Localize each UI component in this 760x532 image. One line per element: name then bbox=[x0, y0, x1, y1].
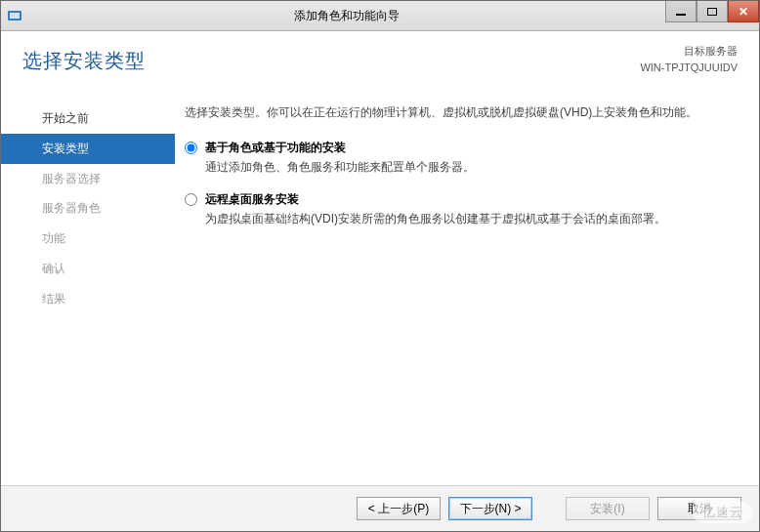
maximize-button[interactable] bbox=[697, 1, 728, 22]
step-server-selection[interactable]: 服务器选择 bbox=[1, 164, 175, 194]
step-results: 结果 bbox=[1, 284, 175, 314]
step-features: 功能 bbox=[1, 224, 175, 254]
target-server-name: WIN-TPJTQJUUIDV bbox=[640, 60, 738, 76]
app-icon bbox=[1, 1, 28, 30]
close-button[interactable]: ✕ bbox=[728, 1, 759, 22]
wizard-steps-sidebar: 开始之前 安装类型 服务器选择 服务器角色 功能 确认 结果 bbox=[1, 90, 175, 485]
wizard-window: 添加角色和功能向导 ✕ 选择安装类型 目标服务器 WIN-TPJTQJUUIDV… bbox=[0, 0, 760, 532]
step-confirmation: 确认 bbox=[1, 254, 175, 284]
target-server-label: 目标服务器 bbox=[640, 43, 738, 60]
target-server-info: 目标服务器 WIN-TPJTQJUUIDV bbox=[640, 43, 738, 75]
svg-rect-1 bbox=[10, 13, 20, 19]
install-button: 安装(I) bbox=[566, 497, 650, 520]
wizard-header: 选择安装类型 目标服务器 WIN-TPJTQJUUIDV bbox=[1, 31, 759, 90]
step-installation-type[interactable]: 安装类型 bbox=[1, 134, 175, 164]
step-server-roles: 服务器角色 bbox=[1, 193, 175, 224]
option-role-based-install[interactable]: 基于角色或基于功能的安装 通过添加角色、角色服务和功能来配置单个服务器。 bbox=[185, 140, 734, 176]
option-remote-desktop-install[interactable]: 远程桌面服务安装 为虚拟桌面基础结构(VDI)安装所需的角色服务以创建基于虚拟机… bbox=[185, 191, 734, 227]
wizard-footer: < 上一步(P) 下一步(N) > 安装(I) 取消 bbox=[1, 485, 759, 531]
option-remote-desktop-label: 远程桌面服务安装 bbox=[205, 191, 734, 208]
window-controls: ✕ bbox=[665, 1, 759, 30]
option-role-based-radio[interactable] bbox=[185, 142, 197, 154]
option-role-based-desc: 通过添加角色、角色服务和功能来配置单个服务器。 bbox=[205, 158, 734, 176]
wizard-body: 开始之前 安装类型 服务器选择 服务器角色 功能 确认 结果 选择安装类型。你可… bbox=[1, 90, 759, 485]
window-title: 添加角色和功能向导 bbox=[28, 1, 665, 30]
option-role-based-label: 基于角色或基于功能的安装 bbox=[205, 140, 734, 156]
titlebar: 添加角色和功能向导 ✕ bbox=[1, 1, 759, 31]
instruction-text: 选择安装类型。你可以在正在运行的物理计算机、虚拟机或脱机虚拟硬盘(VHD)上安装… bbox=[185, 103, 734, 122]
option-remote-desktop-desc: 为虚拟桌面基础结构(VDI)安装所需的角色服务以创建基于虚拟机或基于会话的桌面部… bbox=[205, 210, 734, 227]
wizard-content: 选择安装类型。你可以在正在运行的物理计算机、虚拟机或脱机虚拟硬盘(VHD)上安装… bbox=[175, 90, 759, 485]
option-remote-desktop-radio[interactable] bbox=[185, 193, 197, 206]
minimize-button[interactable] bbox=[665, 1, 697, 22]
previous-button[interactable]: < 上一步(P) bbox=[357, 497, 441, 520]
page-heading: 选择安装类型 bbox=[22, 48, 146, 74]
step-before-you-begin[interactable]: 开始之前 bbox=[1, 103, 175, 134]
next-button[interactable]: 下一步(N) > bbox=[448, 497, 532, 520]
cancel-button[interactable]: 取消 bbox=[657, 497, 741, 520]
